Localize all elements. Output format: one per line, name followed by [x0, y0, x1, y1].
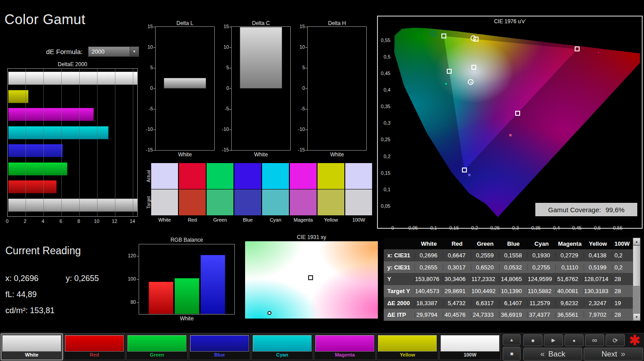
- table-cell: 29,8691: [443, 288, 471, 294]
- y-tick-label: 0: [217, 85, 229, 91]
- grid-line: [133, 69, 133, 216]
- y-tick-label: 15: [293, 24, 305, 29]
- gamut-coverage-label: Gamut Coverage:: [548, 206, 601, 214]
- table-column-header: Cyan: [528, 240, 556, 247]
- table-cell: 110,5882: [528, 288, 556, 294]
- measured-marker-magenta: [509, 134, 512, 137]
- patch-tab-100w[interactable]: 100W: [439, 334, 501, 360]
- scrollbar-thumb[interactable]: [633, 245, 640, 286]
- x-tick-label: 0: [3, 218, 12, 224]
- continuous-measure-button[interactable]: ∞: [585, 334, 604, 346]
- patch-tab-green[interactable]: Green: [126, 334, 188, 360]
- back-button[interactable]: « Back: [523, 348, 582, 361]
- u-axis-tick-label: 0,1: [427, 225, 441, 231]
- patch-tab-blue[interactable]: Blue: [189, 334, 250, 360]
- table-cell: 128,0714: [584, 276, 612, 282]
- table-cell: 0,4138: [584, 252, 612, 259]
- table-row-header: ΔE 2000: [384, 300, 415, 306]
- y-tick-mark: [153, 27, 155, 27]
- y-tick-label: 100: [123, 276, 136, 281]
- current-reading-cdm2: cd/m²: 153,81: [5, 306, 55, 315]
- u-axis-tick-label: 0,15: [447, 225, 461, 231]
- patch-tabs: WhiteRedGreenBlueCyanMagentaYellow100W: [1, 334, 501, 360]
- grid-line: [79, 69, 80, 216]
- page-title: Color Gamut: [4, 12, 85, 28]
- patch-tab-magenta[interactable]: Magenta: [314, 334, 376, 360]
- deltae-bar-magenta: [8, 108, 94, 121]
- swatch-cyan-actual: [262, 163, 289, 189]
- patch-color-white: [2, 335, 61, 352]
- de-formula-dropdown[interactable]: 2000 ▼: [88, 46, 139, 57]
- y-tick-mark: [229, 88, 231, 89]
- y-tick-mark: [305, 130, 307, 130]
- y-tick-label: 80: [123, 299, 136, 305]
- table-column-header: Magenta: [556, 240, 584, 247]
- table-cell: 37,4377: [528, 311, 556, 318]
- y-tick-label: -5: [217, 106, 229, 111]
- swatch-magenta-target: [290, 189, 317, 215]
- table-cell: 153,8076: [415, 276, 443, 282]
- y-tick-mark: [137, 302, 139, 303]
- grid-line: [97, 69, 97, 216]
- scrollbar-up-button[interactable]: ▲: [633, 238, 640, 245]
- deltae-bar-red: [8, 180, 57, 193]
- table-cell: 117,2332: [471, 276, 500, 282]
- patch-tab-white[interactable]: White: [1, 334, 63, 360]
- measure-once-button[interactable]: ●: [564, 334, 584, 346]
- deltae2000-chart-title: DeltaE 2000: [7, 61, 138, 67]
- collapse-panel-button[interactable]: ▲: [503, 334, 521, 345]
- delta-h-title: Delta H: [307, 20, 367, 26]
- deltae2000-x-axis: 02468101214: [7, 218, 138, 226]
- y-tick-label: 10: [141, 44, 153, 50]
- next-button[interactable]: Next »: [584, 348, 643, 361]
- table-row-2: y: CIE310,26550,30170,65200,05320,27550,…: [384, 261, 640, 273]
- record-icon: ●: [572, 338, 576, 343]
- y-tick-label: 5: [293, 65, 305, 70]
- table-cell: 30,3406: [443, 276, 471, 282]
- chevron-down-icon: ▼: [130, 47, 139, 56]
- rgb-balance-chart: [139, 244, 235, 315]
- pattern-window-button[interactable]: ■: [503, 347, 521, 361]
- patch-color-100w: [441, 335, 500, 352]
- swatch-red-target: [179, 189, 206, 215]
- loop-button[interactable]: ⟳: [606, 334, 625, 346]
- play-button[interactable]: ▶: [544, 334, 563, 346]
- table-header-row: WhiteRedGreenBlueCyanMagentaYellow100W: [384, 238, 640, 249]
- table-cell: 6,6317: [471, 300, 500, 306]
- y-tick-mark: [153, 47, 155, 48]
- patch-tab-label: Red: [64, 352, 125, 357]
- delta-h-xlabel: White: [307, 151, 367, 158]
- table-cell: 6,1407: [500, 300, 528, 306]
- scrollbar-down-button[interactable]: ▼: [633, 313, 640, 321]
- transport-row: ■ ▶ ● ∞ ⟳ ✱: [523, 334, 643, 346]
- table-cell: 0,1930: [528, 252, 556, 259]
- y-tick-mark: [229, 47, 231, 48]
- patch-tab-label: Cyan: [252, 352, 313, 357]
- deltae2000-chart: [7, 68, 138, 217]
- u-axis-tick-label: 0,2: [468, 225, 481, 231]
- table-cell: 0,6520: [471, 264, 500, 271]
- v-axis-tick-label: 0,55: [378, 38, 390, 43]
- table-row-header: x: CIE31: [384, 252, 415, 259]
- table-scrollbar[interactable]: ▲ ▼: [633, 238, 640, 321]
- table-cell: 5,4732: [443, 300, 471, 306]
- patch-tab-yellow[interactable]: Yellow: [377, 334, 438, 360]
- swatch-yellow-target: [318, 189, 344, 215]
- patch-tab-red[interactable]: Red: [64, 334, 125, 360]
- swatch-100w-actual: [345, 163, 372, 189]
- delta-l-chart: [155, 26, 215, 151]
- grid-line: [43, 69, 44, 216]
- deltae-bar-cyan: [8, 126, 109, 139]
- deltae-bar-blue: [8, 144, 63, 157]
- u-axis-tick-label: 0,3: [509, 225, 522, 231]
- stop-button[interactable]: ■: [523, 334, 542, 346]
- y-tick-label: -10: [217, 126, 229, 132]
- swatch-red-actual: [179, 163, 206, 189]
- color-gamut-screen: Color Gamut dE Formula: 2000 ▼ DeltaE 20…: [0, 0, 644, 361]
- patch-tab-cyan[interactable]: Cyan: [251, 334, 313, 360]
- current-reading-xy: x: 0,2696 y: 0,2655: [5, 274, 99, 283]
- u-axis-tick-label: 0,45: [570, 225, 584, 231]
- de-formula-label: dE Formula:: [46, 48, 83, 55]
- y-tick-mark: [153, 68, 155, 68]
- y-tick-label: -5: [141, 106, 153, 111]
